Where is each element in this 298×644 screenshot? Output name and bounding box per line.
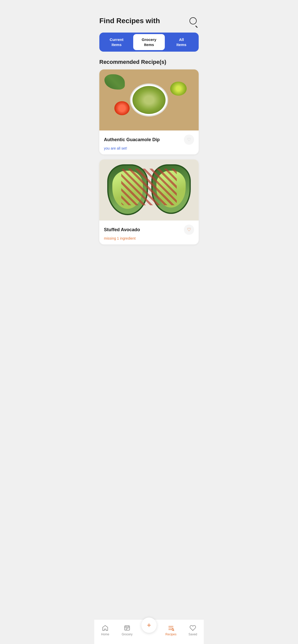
- recipe-name-guacamole: Authentic Guacamole Dip: [104, 137, 160, 142]
- recipe-name-row: Authentic Guacamole Dip ♡: [104, 135, 194, 145]
- recipe-status-guacamole: you are all set!: [104, 146, 194, 150]
- heart-icon-avocado: ♡: [187, 227, 191, 232]
- recipe-card-avocado[interactable]: Stuffed Avocado ♡ missing 1 ingredient: [99, 159, 199, 244]
- recipe-name-avocado: Stuffed Avocado: [104, 227, 140, 232]
- recipe-name-row-avocado: Stuffed Avocado ♡: [104, 225, 194, 235]
- nav-item-fab: +: [138, 623, 160, 638]
- recipe-card-guacamole[interactable]: Authentic Guacamole Dip ♡ you are all se…: [99, 69, 199, 154]
- herbs-decoration: [104, 74, 125, 90]
- add-button[interactable]: +: [141, 618, 157, 633]
- recipe-info-guacamole: Authentic Guacamole Dip ♡ you are all se…: [99, 130, 199, 154]
- plus-icon: +: [147, 622, 151, 629]
- recipe-image-avocado: [99, 159, 199, 221]
- page-container: Find Recipes with CurrentItems GroceryIt…: [94, 0, 204, 644]
- nav-item-saved[interactable]: Saved: [182, 624, 204, 636]
- tab-current-items[interactable]: CurrentItems: [101, 34, 132, 50]
- guac-fill: [132, 86, 166, 114]
- favorite-button-guacamole[interactable]: ♡: [184, 135, 194, 145]
- favorite-button-avocado[interactable]: ♡: [184, 225, 194, 235]
- grocery-icon: [124, 624, 131, 632]
- nav-item-home[interactable]: Home: [94, 624, 116, 636]
- tab-all-items[interactable]: AllItems: [166, 34, 197, 50]
- section-title: Recommended Recipe(s): [99, 59, 199, 65]
- bowl-decoration: [130, 83, 168, 116]
- recipe-image-guacamole: [99, 69, 199, 130]
- nav-label-home: Home: [101, 633, 109, 636]
- home-icon: [102, 624, 109, 632]
- nav-label-recipes: Recipes: [165, 633, 176, 636]
- bottom-nav: Home Grocery +: [94, 619, 204, 644]
- search-icon: [189, 17, 197, 24]
- recipe-info-avocado: Stuffed Avocado ♡ missing 1 ingredient: [99, 221, 199, 244]
- avocado-toppings: [121, 169, 177, 205]
- search-button[interactable]: [187, 15, 199, 26]
- nav-label-saved: Saved: [188, 633, 197, 636]
- saved-icon: [189, 624, 196, 632]
- header: Find Recipes with: [99, 15, 199, 26]
- heart-icon-guacamole: ♡: [187, 137, 191, 142]
- tomato-decoration: [114, 101, 130, 115]
- page-title: Find Recipes with: [99, 17, 160, 25]
- nav-item-grocery[interactable]: Grocery: [116, 624, 138, 636]
- svg-line-10: [173, 630, 174, 631]
- nav-label-grocery: Grocery: [122, 633, 133, 636]
- recipes-icon: [167, 624, 174, 632]
- nav-item-recipes[interactable]: Recipes: [160, 624, 182, 636]
- tab-bar: CurrentItems GroceryItems AllItems: [99, 33, 199, 52]
- recipe-status-avocado: missing 1 ingredient: [104, 236, 194, 240]
- lime-decoration: [170, 82, 187, 96]
- tab-grocery-items[interactable]: GroceryItems: [133, 34, 165, 50]
